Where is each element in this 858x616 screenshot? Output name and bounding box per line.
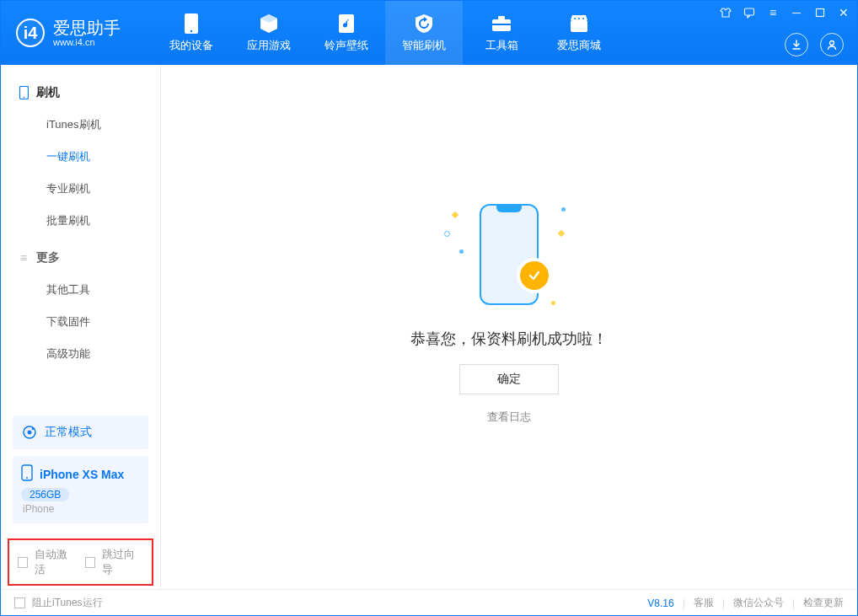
device-mode-label: 正常模式 — [45, 425, 92, 440]
phone-icon — [480, 204, 539, 305]
tab-smart-flash[interactable]: 智能刷机 — [385, 1, 463, 65]
store-icon — [568, 13, 590, 35]
sidebar-item-batch-flash[interactable]: 批量刷机 — [1, 205, 160, 237]
svg-rect-11 — [817, 9, 824, 17]
sidebar-item-other-tools[interactable]: 其他工具 — [1, 274, 160, 306]
device-info-row[interactable]: iPhone XS Max 256GB iPhone — [13, 456, 148, 523]
body-area: 刷机 iTunes刷机 一键刷机 专业刷机 批量刷机 ≡ 更多 其他工具 下载固… — [1, 65, 857, 589]
view-log-link[interactable]: 查看日志 — [487, 410, 531, 425]
tab-store[interactable]: 爱思商城 — [540, 1, 618, 65]
svg-point-12 — [830, 41, 834, 46]
success-block: 恭喜您，保资料刷机成功啦！ 确定 查看日志 — [410, 196, 608, 425]
tab-my-device[interactable]: 我的设备 — [153, 1, 230, 65]
phone-small-icon — [18, 87, 29, 99]
logo-icon: i4 — [16, 19, 45, 47]
app-header: i4 爱思助手 www.i4.cn 我的设备 应用游戏 铃声壁纸 智能刷机 工具… — [1, 1, 857, 65]
spark-icon — [452, 212, 458, 218]
nav-tabs: 我的设备 应用游戏 铃声壁纸 智能刷机 工具箱 爱思商城 — [153, 1, 618, 65]
skin-icon[interactable] — [719, 6, 732, 19]
checkbox-label: 跳过向导 — [102, 547, 143, 577]
ring-icon — [444, 231, 450, 237]
app-url: www.i4.cn — [53, 37, 121, 47]
menu-icon[interactable]: ≡ — [766, 6, 780, 19]
music-file-icon — [335, 13, 357, 35]
tab-label: 铃声壁纸 — [324, 38, 368, 53]
sidebar-item-onekey-flash[interactable]: 一键刷机 — [1, 141, 160, 173]
svg-point-16 — [28, 431, 32, 435]
svg-point-14 — [23, 97, 24, 99]
phone-icon — [180, 13, 202, 35]
dot-icon — [561, 207, 566, 212]
check-badge-icon — [520, 261, 549, 290]
dot-icon — [551, 301, 555, 305]
confirm-button[interactable]: 确定 — [459, 364, 559, 394]
feedback-icon[interactable] — [743, 6, 756, 19]
check-update-link[interactable]: 检查更新 — [803, 596, 844, 610]
support-link[interactable]: 客服 — [694, 596, 714, 610]
sidebar: 刷机 iTunes刷机 一键刷机 专业刷机 批量刷机 ≡ 更多 其他工具 下载固… — [1, 65, 161, 589]
svg-rect-4 — [498, 16, 505, 20]
logo-text: 爱思助手 www.i4.cn — [53, 19, 121, 47]
separator: | — [683, 597, 685, 609]
sidebar-group-more[interactable]: ≡ 更多 — [1, 242, 160, 274]
main-content: 恭喜您，保资料刷机成功啦！ 确定 查看日志 — [161, 65, 857, 589]
tab-label: 应用游戏 — [247, 38, 291, 53]
svg-rect-10 — [745, 8, 754, 15]
svg-point-9 — [582, 18, 584, 19]
download-button[interactable] — [785, 33, 808, 56]
tab-toolbox[interactable]: 工具箱 — [463, 1, 540, 65]
briefcase-icon — [491, 13, 512, 35]
close-button[interactable]: ✕ — [837, 6, 850, 19]
logo-block: i4 爱思助手 www.i4.cn — [1, 19, 136, 47]
svg-point-7 — [574, 18, 576, 19]
header-right-buttons — [785, 33, 844, 56]
success-illustration — [437, 196, 581, 313]
block-itunes-checkbox[interactable]: 阻止iTunes运行 — [14, 596, 103, 610]
tab-apps-games[interactable]: 应用游戏 — [230, 1, 308, 65]
sidebar-item-download-firmware[interactable]: 下载固件 — [1, 306, 160, 338]
version-label: V8.16 — [647, 597, 673, 609]
list-icon: ≡ — [18, 252, 29, 264]
svg-point-1 — [190, 30, 192, 32]
tab-label: 爱思商城 — [557, 38, 601, 53]
spark-icon — [558, 230, 565, 237]
footer-left: 阻止iTunes运行 — [14, 596, 103, 610]
device-type-label: iPhone — [21, 503, 140, 515]
mode-icon — [21, 424, 38, 441]
sidebar-group-title: 更多 — [36, 250, 60, 265]
tab-label: 我的设备 — [169, 38, 213, 53]
wechat-link[interactable]: 微信公众号 — [733, 596, 784, 610]
auto-activate-checkbox[interactable]: 自动激活 — [18, 547, 77, 577]
sidebar-group-title: 刷机 — [36, 85, 60, 100]
sidebar-item-itunes-flash[interactable]: iTunes刷机 — [1, 109, 160, 141]
svg-point-19 — [26, 477, 28, 479]
checkbox-icon — [14, 597, 25, 608]
sidebar-item-pro-flash[interactable]: 专业刷机 — [1, 173, 160, 205]
window-controls: ≡ ─ ✕ — [719, 6, 850, 19]
app-name: 爱思助手 — [53, 19, 121, 37]
user-button[interactable] — [820, 33, 844, 56]
device-panel: 正常模式 iPhone XS Max 256GB iPhone — [1, 409, 160, 532]
sidebar-item-advanced[interactable]: 高级功能 — [1, 338, 160, 370]
tab-label: 智能刷机 — [402, 38, 446, 53]
device-size-badge: 256GB — [21, 488, 69, 501]
svg-point-8 — [578, 18, 580, 19]
sidebar-tree: 刷机 iTunes刷机 一键刷机 专业刷机 批量刷机 ≡ 更多 其他工具 下载固… — [1, 65, 160, 409]
separator: | — [722, 597, 725, 609]
svg-point-17 — [32, 428, 35, 431]
tab-ringtone-wallpaper[interactable]: 铃声壁纸 — [308, 1, 385, 65]
footer: 阻止iTunes运行 V8.16 | 客服 | 微信公众号 | 检查更新 — [1, 589, 857, 616]
separator: | — [792, 597, 795, 609]
device-mode-row[interactable]: 正常模式 — [13, 415, 148, 449]
cube-icon — [258, 13, 280, 35]
success-text: 恭喜您，保资料刷机成功啦！ — [410, 329, 608, 349]
checkbox-label: 自动激活 — [35, 547, 76, 577]
sidebar-group-flash[interactable]: 刷机 — [1, 77, 160, 109]
checkbox-label: 阻止iTunes运行 — [32, 596, 103, 610]
maximize-button[interactable] — [813, 6, 827, 19]
minimize-button[interactable]: ─ — [790, 6, 803, 19]
svg-rect-6 — [571, 20, 587, 32]
skip-guide-checkbox[interactable]: 跳过向导 — [85, 547, 144, 577]
device-icon — [21, 464, 33, 485]
dot-icon — [459, 249, 464, 254]
